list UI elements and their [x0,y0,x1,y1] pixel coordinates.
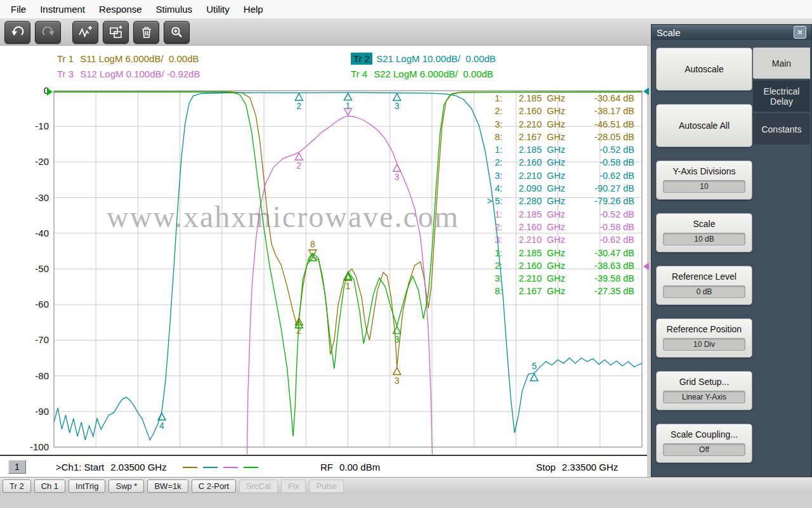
menu-item-help[interactable]: Help [237,1,270,17]
panel-button-autoscale-all[interactable]: Autoscale All [656,104,752,147]
marker-row: 1:2.185GHz-0.52 dB [477,208,636,221]
plot-marker-label: 2 [296,101,301,111]
ref-indicator-tr-2 [643,88,649,95]
marker-number: 2: [477,156,502,169]
marker-number: 1: [477,143,502,156]
marker-number: 1: [477,208,502,221]
trace-titles: Tr 1S11 LogM 6.000dB/ 0.00dBTr 2S21 LogM… [0,46,647,86]
statusbar-button-swp[interactable]: Swp * [108,479,144,493]
marker-frequency: 2.160 [502,156,542,169]
ref-indicator-tr-3 [643,263,649,270]
y-axis-label: -80 [35,370,49,381]
trace-id-tr-4[interactable]: Tr 4 [351,68,370,80]
plot-marker-label: 5 [532,361,537,371]
tab-constants[interactable]: Constants [753,114,810,145]
plot-marker-label: 2 [296,160,301,171]
trace-title-tr-3: Tr 3S12 LogM 0.100dB/ -0.92dB [57,68,200,79]
panel-button-value[interactable]: 10 Div [663,338,745,351]
plot-marker-label: 8 [310,239,315,249]
menu-item-instrument[interactable]: Instrument [33,1,92,17]
marker-unit: GHz [542,247,571,259]
undo-icon [10,25,25,40]
panel-button-value[interactable]: 10 dB [663,233,745,245]
copy-channel-button[interactable] [103,21,129,44]
plot-marker-label: 2 [296,325,301,335]
statusbar-button-bw-1k[interactable]: BW=1k [147,479,188,493]
channel-stop-label: Stop [536,462,556,472]
undo-button[interactable] [4,21,30,44]
scale-panel-tabs: MainElectrical DelayConstants [753,48,811,476]
trace-id-tr-1[interactable]: Tr 1 [57,53,76,65]
panel-button-scale[interactable]: Scale10 dB [656,213,752,252]
marker-frequency: 2.185 [502,208,542,221]
panel-button-y-axis-divisions[interactable]: Y-Axis Divisions10 [656,160,752,200]
marker-row: 2:2.160GHz-38.17 dB [477,105,636,117]
menu-item-stimulus[interactable]: Stimulus [149,1,200,17]
scale-panel-titlebar: Scale ✕ [652,25,811,40]
trace-id-tr-3[interactable]: Tr 3 [57,68,76,80]
trace-title-tr-1: Tr 1S11 LogM 6.000dB/ 0.00dB [57,53,199,64]
marker-row: 3:2.210GHz-39.58 dB [477,272,636,285]
rf-power-readout: RF0.00 dBm [320,462,380,472]
panel-button-label: Reference Level [657,266,752,283]
scale-panel-title: Scale [657,27,681,38]
statusbar-button-inttrig[interactable]: IntTrig [69,479,105,493]
channel-start-label: >Ch1: Start [56,462,104,472]
plot-marker-label: 4 [159,420,164,431]
marker-row: 8:2.167GHz-27.35 dB [477,285,636,297]
marker-number: 1: [477,92,502,105]
plot-canvas: Tr 1S11 LogM 6.000dB/ 0.00dBTr 2S21 LogM… [0,46,647,477]
menu-item-file[interactable]: File [4,1,33,17]
panel-button-grid-setup[interactable]: Grid Setup...Linear Y-Axis [656,371,752,410]
statusbar-button-tr-2[interactable]: Tr 2 [3,479,31,493]
panel-button-value[interactable]: Linear Y-Axis [663,391,745,403]
panel-button-value[interactable]: 10 [663,180,745,193]
delete-button[interactable] [133,21,159,44]
menu-item-response[interactable]: Response [92,1,149,17]
marker-frequency: 2.210 [502,118,542,131]
trace-scale-label: S22 LogM 6.000dB/ 0.00dB [374,68,493,79]
panel-button-reference-level[interactable]: Reference Level0 dB [656,266,752,305]
marker-value: -30.47 dB [571,247,634,259]
marker-row: > 5:2.280GHz-79.26 dB [477,195,636,207]
marker-number: 8: [477,131,502,143]
marker-row: 3:2.210GHz-46.51 dB [477,118,636,131]
channel-number-tab[interactable]: 1 [8,460,26,474]
marker-number: 3: [477,233,502,246]
zoom-button[interactable] [164,21,190,44]
panel-button-label: Reference Position [657,319,752,335]
marker-row: 1:2.185GHz-30.64 dB [477,92,636,105]
legend-line-tr-2 [203,467,218,468]
panel-button-scale-coupling[interactable]: Scale Coupling...Off [656,424,752,463]
copy-channel-icon [108,25,124,40]
marker-unit: GHz [542,143,571,156]
statusbar-button-c-2-port[interactable]: C 2-Port [192,479,236,493]
plot-marker-label: 3 [395,334,400,344]
marker-unit: GHz [542,118,571,131]
marker-frequency: 2.210 [502,272,542,285]
menu-item-utility[interactable]: Utility [199,1,237,17]
panel-button-value[interactable]: 0 dB [663,285,745,298]
panel-button-label: Autoscale All [679,120,730,131]
marker-unit: GHz [542,182,571,195]
trash-icon [139,25,154,40]
redo-button[interactable] [35,21,61,44]
marker-number: > 5: [477,195,502,207]
panel-button-value[interactable]: Off [663,443,745,456]
statusbar-button-ch-1[interactable]: Ch 1 [34,479,65,493]
tab-electrical-delay[interactable]: Electrical Delay [753,81,810,112]
marker-unit: GHz [542,259,571,272]
tab-main[interactable]: Main [753,48,810,79]
panel-button-autoscale[interactable]: Autoscale [656,48,752,91]
close-icon[interactable]: ✕ [794,26,806,39]
trace-id-tr-2[interactable]: Tr 2 [351,53,372,65]
marker-number: 4: [477,182,502,195]
marker-frequency: 2.160 [502,221,542,233]
panel-button-reference-position[interactable]: Reference Position10 Div [656,318,752,358]
marker-unit: GHz [542,92,571,105]
y-axis-label: -100 [30,441,49,452]
marker-frequency: 2.090 [502,182,542,195]
plot-marker-5 [530,374,538,381]
legend-line-tr-3 [223,467,238,468]
add-trace-button[interactable] [72,21,98,44]
